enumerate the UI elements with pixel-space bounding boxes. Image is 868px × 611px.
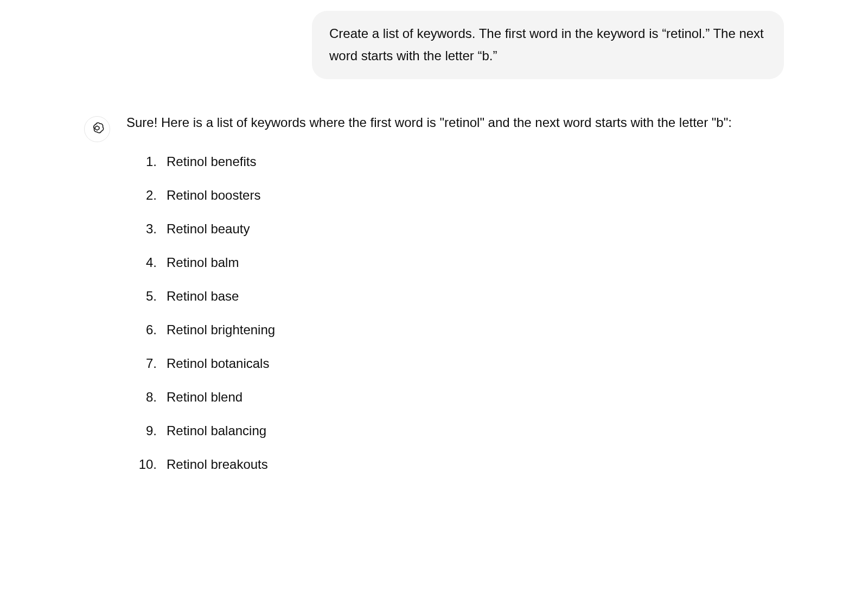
user-message-bubble[interactable]: Create a list of keywords. The first wor… — [312, 11, 784, 79]
assistant-avatar — [84, 116, 110, 142]
chat-container: Create a list of keywords. The first wor… — [84, 11, 784, 488]
list-item: 2.Retinol boosters — [134, 186, 784, 205]
assistant-intro-text: Sure! Here is a list of keywords where t… — [126, 112, 784, 134]
keyword-list: 1.Retinol benefits 2.Retinol boosters 3.… — [126, 152, 784, 474]
list-item: 9.Retinol balancing — [134, 421, 784, 441]
list-number: 2. — [134, 186, 157, 205]
list-text: Retinol benefits — [167, 152, 256, 171]
list-number: 8. — [134, 387, 157, 407]
list-text: Retinol base — [167, 287, 239, 306]
list-text: Retinol beauty — [167, 219, 250, 239]
list-number: 6. — [134, 320, 157, 340]
assistant-message-row: Sure! Here is a list of keywords where t… — [84, 112, 784, 489]
list-item: 6.Retinol brightening — [134, 320, 784, 340]
list-text: Retinol boosters — [167, 186, 260, 205]
list-number: 5. — [134, 287, 157, 306]
list-item: 4.Retinol balm — [134, 253, 784, 272]
list-item: 10.Retinol breakouts — [134, 455, 784, 474]
list-item: 7.Retinol botanicals — [134, 354, 784, 373]
list-number: 10. — [134, 455, 157, 474]
list-number: 4. — [134, 253, 157, 272]
list-number: 7. — [134, 354, 157, 373]
list-text: Retinol blend — [167, 387, 242, 407]
list-number: 3. — [134, 219, 157, 239]
list-item: 5.Retinol base — [134, 287, 784, 306]
list-text: Retinol botanicals — [167, 354, 269, 373]
user-message-text: Create a list of keywords. The first wor… — [329, 26, 764, 63]
list-item: 8.Retinol blend — [134, 387, 784, 407]
list-text: Retinol breakouts — [167, 455, 268, 474]
list-item: 3.Retinol beauty — [134, 219, 784, 239]
list-number: 9. — [134, 421, 157, 441]
list-text: Retinol brightening — [167, 320, 275, 340]
list-number: 1. — [134, 152, 157, 171]
assistant-content: Sure! Here is a list of keywords where t… — [126, 112, 784, 489]
list-text: Retinol balm — [167, 253, 239, 272]
list-item: 1.Retinol benefits — [134, 152, 784, 171]
user-message-row: Create a list of keywords. The first wor… — [84, 11, 784, 79]
list-text: Retinol balancing — [167, 421, 266, 441]
openai-logo-icon — [90, 121, 104, 137]
